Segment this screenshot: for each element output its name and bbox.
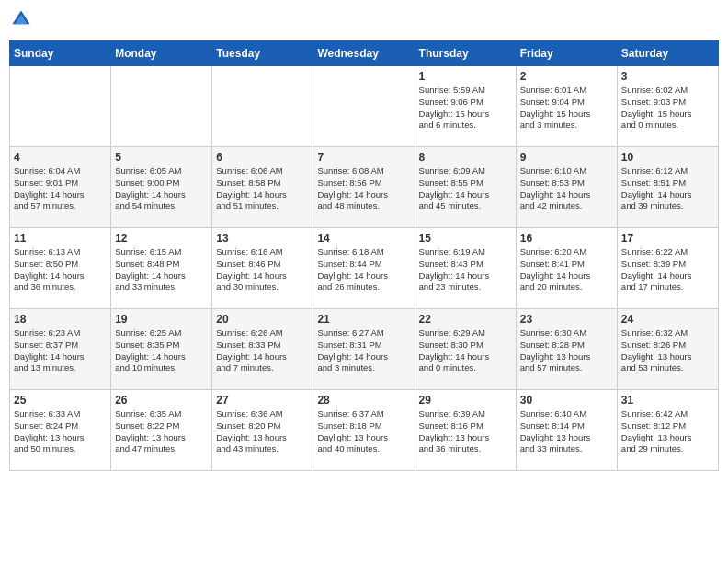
weekday-header-monday: Monday <box>111 41 212 66</box>
calendar-cell: 14Sunrise: 6:18 AM Sunset: 8:44 PM Dayli… <box>313 228 415 309</box>
calendar-cell: 20Sunrise: 6:26 AM Sunset: 8:33 PM Dayli… <box>212 309 313 390</box>
day-info: Sunrise: 6:02 AM Sunset: 9:03 PM Dayligh… <box>621 85 714 132</box>
calendar-cell: 11Sunrise: 6:13 AM Sunset: 8:50 PM Dayli… <box>10 228 111 309</box>
calendar-week-1: 1Sunrise: 5:59 AM Sunset: 9:06 PM Daylig… <box>10 66 719 147</box>
day-info: Sunrise: 6:26 AM Sunset: 8:33 PM Dayligh… <box>216 327 309 374</box>
calendar-cell: 7Sunrise: 6:08 AM Sunset: 8:56 PM Daylig… <box>313 147 415 228</box>
day-number: 18 <box>14 313 107 326</box>
day-number: 3 <box>621 70 714 83</box>
day-number: 12 <box>115 232 208 245</box>
weekday-header-friday: Friday <box>516 41 617 66</box>
day-number: 30 <box>520 394 613 407</box>
calendar-cell: 22Sunrise: 6:29 AM Sunset: 8:30 PM Dayli… <box>415 309 516 390</box>
calendar-cell: 31Sunrise: 6:42 AM Sunset: 8:12 PM Dayli… <box>617 390 718 471</box>
calendar-table: SundayMondayTuesdayWednesdayThursdayFrid… <box>9 40 719 471</box>
day-number: 31 <box>621 394 714 407</box>
logo <box>9 9 33 33</box>
calendar-cell: 3Sunrise: 6:02 AM Sunset: 9:03 PM Daylig… <box>617 66 718 147</box>
day-number: 20 <box>216 313 309 326</box>
day-number: 23 <box>520 313 613 326</box>
day-info: Sunrise: 6:30 AM Sunset: 8:28 PM Dayligh… <box>520 327 613 374</box>
day-info: Sunrise: 5:59 AM Sunset: 9:06 PM Dayligh… <box>419 85 512 132</box>
day-number: 11 <box>14 232 107 245</box>
day-number: 14 <box>317 232 410 245</box>
calendar-cell: 9Sunrise: 6:10 AM Sunset: 8:53 PM Daylig… <box>516 147 617 228</box>
day-number: 27 <box>216 394 309 407</box>
weekday-header-tuesday: Tuesday <box>212 41 313 66</box>
day-info: Sunrise: 6:05 AM Sunset: 9:00 PM Dayligh… <box>115 166 208 213</box>
day-info: Sunrise: 6:33 AM Sunset: 8:24 PM Dayligh… <box>14 408 107 455</box>
day-info: Sunrise: 6:09 AM Sunset: 8:55 PM Dayligh… <box>419 166 512 213</box>
calendar-cell <box>212 66 313 147</box>
calendar-cell: 28Sunrise: 6:37 AM Sunset: 8:18 PM Dayli… <box>313 390 415 471</box>
day-number: 15 <box>419 232 512 245</box>
day-number: 7 <box>317 151 410 164</box>
day-info: Sunrise: 6:35 AM Sunset: 8:22 PM Dayligh… <box>115 408 208 455</box>
day-info: Sunrise: 6:25 AM Sunset: 8:35 PM Dayligh… <box>115 327 208 374</box>
calendar-cell: 12Sunrise: 6:15 AM Sunset: 8:48 PM Dayli… <box>111 228 212 309</box>
calendar-cell: 10Sunrise: 6:12 AM Sunset: 8:51 PM Dayli… <box>617 147 718 228</box>
day-info: Sunrise: 6:06 AM Sunset: 8:58 PM Dayligh… <box>216 166 309 213</box>
header <box>9 9 719 33</box>
calendar-cell: 13Sunrise: 6:16 AM Sunset: 8:46 PM Dayli… <box>212 228 313 309</box>
day-number: 5 <box>115 151 208 164</box>
day-number: 22 <box>419 313 512 326</box>
day-number: 10 <box>621 151 714 164</box>
day-number: 4 <box>14 151 107 164</box>
weekday-header-sunday: Sunday <box>10 41 111 66</box>
calendar-cell: 24Sunrise: 6:32 AM Sunset: 8:26 PM Dayli… <box>617 309 718 390</box>
day-info: Sunrise: 6:19 AM Sunset: 8:43 PM Dayligh… <box>419 247 512 293</box>
calendar-week-5: 25Sunrise: 6:33 AM Sunset: 8:24 PM Dayli… <box>10 390 719 471</box>
calendar-cell: 2Sunrise: 6:01 AM Sunset: 9:04 PM Daylig… <box>516 66 617 147</box>
calendar-cell: 1Sunrise: 5:59 AM Sunset: 9:06 PM Daylig… <box>415 66 516 147</box>
weekday-header-wednesday: Wednesday <box>313 41 415 66</box>
day-info: Sunrise: 6:10 AM Sunset: 8:53 PM Dayligh… <box>520 166 613 213</box>
day-info: Sunrise: 6:32 AM Sunset: 8:26 PM Dayligh… <box>621 327 714 374</box>
calendar-cell: 30Sunrise: 6:40 AM Sunset: 8:14 PM Dayli… <box>516 390 617 471</box>
day-info: Sunrise: 6:22 AM Sunset: 8:39 PM Dayligh… <box>621 247 714 293</box>
day-info: Sunrise: 6:29 AM Sunset: 8:30 PM Dayligh… <box>419 327 512 374</box>
calendar-cell <box>10 66 111 147</box>
day-info: Sunrise: 6:20 AM Sunset: 8:41 PM Dayligh… <box>520 247 613 293</box>
calendar-cell: 6Sunrise: 6:06 AM Sunset: 8:58 PM Daylig… <box>212 147 313 228</box>
calendar-cell <box>111 66 212 147</box>
weekday-header-saturday: Saturday <box>617 41 718 66</box>
day-number: 29 <box>419 394 512 407</box>
day-number: 1 <box>419 70 512 83</box>
day-number: 21 <box>317 313 410 326</box>
calendar-cell: 27Sunrise: 6:36 AM Sunset: 8:20 PM Dayli… <box>212 390 313 471</box>
day-number: 8 <box>419 151 512 164</box>
calendar-week-2: 4Sunrise: 6:04 AM Sunset: 9:01 PM Daylig… <box>10 147 719 228</box>
logo-icon <box>11 9 31 29</box>
day-info: Sunrise: 6:39 AM Sunset: 8:16 PM Dayligh… <box>419 408 512 455</box>
day-info: Sunrise: 6:01 AM Sunset: 9:04 PM Dayligh… <box>520 85 613 132</box>
calendar-cell <box>313 66 415 147</box>
day-number: 25 <box>14 394 107 407</box>
day-number: 2 <box>520 70 613 83</box>
day-info: Sunrise: 6:04 AM Sunset: 9:01 PM Dayligh… <box>14 166 107 213</box>
day-info: Sunrise: 6:40 AM Sunset: 8:14 PM Dayligh… <box>520 408 613 455</box>
day-info: Sunrise: 6:42 AM Sunset: 8:12 PM Dayligh… <box>621 408 714 455</box>
calendar-cell: 26Sunrise: 6:35 AM Sunset: 8:22 PM Dayli… <box>111 390 212 471</box>
day-number: 24 <box>621 313 714 326</box>
day-number: 6 <box>216 151 309 164</box>
calendar-cell: 15Sunrise: 6:19 AM Sunset: 8:43 PM Dayli… <box>415 228 516 309</box>
day-number: 17 <box>621 232 714 245</box>
day-info: Sunrise: 6:12 AM Sunset: 8:51 PM Dayligh… <box>621 166 714 213</box>
day-info: Sunrise: 6:37 AM Sunset: 8:18 PM Dayligh… <box>317 408 410 455</box>
day-info: Sunrise: 6:36 AM Sunset: 8:20 PM Dayligh… <box>216 408 309 455</box>
calendar-cell: 18Sunrise: 6:23 AM Sunset: 8:37 PM Dayli… <box>10 309 111 390</box>
day-number: 9 <box>520 151 613 164</box>
calendar-cell: 19Sunrise: 6:25 AM Sunset: 8:35 PM Dayli… <box>111 309 212 390</box>
day-info: Sunrise: 6:27 AM Sunset: 8:31 PM Dayligh… <box>317 327 410 374</box>
calendar-week-4: 18Sunrise: 6:23 AM Sunset: 8:37 PM Dayli… <box>10 309 719 390</box>
day-info: Sunrise: 6:08 AM Sunset: 8:56 PM Dayligh… <box>317 166 410 213</box>
calendar-cell: 8Sunrise: 6:09 AM Sunset: 8:55 PM Daylig… <box>415 147 516 228</box>
day-number: 16 <box>520 232 613 245</box>
calendar-cell: 17Sunrise: 6:22 AM Sunset: 8:39 PM Dayli… <box>617 228 718 309</box>
day-number: 13 <box>216 232 309 245</box>
day-number: 26 <box>115 394 208 407</box>
day-info: Sunrise: 6:15 AM Sunset: 8:48 PM Dayligh… <box>115 247 208 293</box>
calendar-cell: 23Sunrise: 6:30 AM Sunset: 8:28 PM Dayli… <box>516 309 617 390</box>
calendar-cell: 5Sunrise: 6:05 AM Sunset: 9:00 PM Daylig… <box>111 147 212 228</box>
